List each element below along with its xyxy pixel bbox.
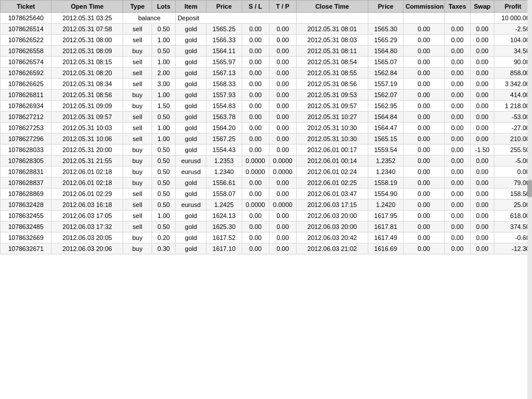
header-opentime: Open Time xyxy=(51,1,123,13)
table-cell: 0.0000 xyxy=(242,200,269,210)
table-row: 10786256402012.05.31 03:25balanceDeposit… xyxy=(1,13,532,24)
table-cell: 2012.06.03 20:42 xyxy=(296,232,368,243)
table-cell: buy xyxy=(123,145,152,156)
table-cell: 1625.30 xyxy=(206,221,242,232)
table-cell: 1556.61 xyxy=(206,178,242,189)
table-cell: 2012.05.31 20:00 xyxy=(51,145,123,156)
table-cell: sell xyxy=(123,189,152,200)
table-cell: 2012.06.01 00:17 xyxy=(296,145,368,156)
table-cell: 1564.47 xyxy=(368,123,403,134)
table-cell: 0.00 xyxy=(470,123,494,134)
table-cell: 1.00 xyxy=(152,123,175,134)
table-cell: 1563.78 xyxy=(206,112,242,123)
table-cell: 0.00 xyxy=(444,24,470,35)
table-cell: 0.00 xyxy=(444,232,470,243)
table-cell: 374.50 xyxy=(494,221,532,232)
table-cell: 0.00 xyxy=(444,112,470,123)
table-cell: 0.00 xyxy=(470,178,494,189)
table-cell: 0.50 xyxy=(152,24,175,35)
table-cell: 1078632455 xyxy=(1,210,51,221)
scrollbar-track[interactable] xyxy=(527,0,532,254)
table-cell: sell xyxy=(123,210,152,221)
table-row: 10786288692012.06.01 02:29sell0.50gold15… xyxy=(1,189,532,200)
table-cell: 1617.52 xyxy=(206,232,242,243)
table-cell: 0.00 xyxy=(242,178,269,189)
table-cell xyxy=(404,13,445,24)
table-cell: 1558.19 xyxy=(368,178,403,189)
table-cell: 0.0000 xyxy=(242,167,269,178)
table-cell: 1565.07 xyxy=(368,57,403,68)
header-taxes: Taxes xyxy=(444,1,470,13)
table-cell: 0.00 xyxy=(470,210,494,221)
table-cell: 0.00 xyxy=(269,134,296,145)
table-cell: 0.50 xyxy=(152,221,175,232)
table-cell: 255.50 xyxy=(494,145,532,156)
table-cell: buy xyxy=(123,243,152,254)
header-type: Type xyxy=(123,1,152,13)
table-row: 10786268112012.05.31 08:56buy1.00gold155… xyxy=(1,90,532,101)
table-cell: 1.2340 xyxy=(206,167,242,178)
table-cell: 2012.06.01 02:24 xyxy=(296,167,368,178)
table-cell: 0.00 xyxy=(269,145,296,156)
table-cell: 2012.05.31 08:20 xyxy=(51,68,123,79)
table-cell: 0.00 xyxy=(404,243,445,254)
table-cell: 90.00 xyxy=(494,57,532,68)
table-cell: 1.2352 xyxy=(368,156,403,167)
table-cell: 1564.11 xyxy=(206,46,242,57)
table-cell: 0.20 xyxy=(152,232,175,243)
table-cell: 2012.06.03 21:02 xyxy=(296,243,368,254)
table-cell: 0.00 xyxy=(242,57,269,68)
table-cell: 1078632485 xyxy=(1,221,51,232)
table-cell: 1617.95 xyxy=(368,210,403,221)
table-cell: -2.50 xyxy=(494,24,532,35)
table-cell: 1078626811 xyxy=(1,90,51,101)
table-cell: 1078626522 xyxy=(1,35,51,46)
table-cell: sell xyxy=(123,134,152,145)
table-cell: 158.50 xyxy=(494,189,532,200)
table-cell: 2012.05.31 08:15 xyxy=(51,57,123,68)
table-cell xyxy=(368,13,403,24)
table-cell: gold xyxy=(176,24,206,35)
header-ticket: Ticket xyxy=(1,1,51,13)
table-cell: gold xyxy=(176,178,206,189)
table-cell: 0.00 xyxy=(444,200,470,210)
table-cell: 2012.05.31 10:30 xyxy=(296,123,368,134)
table-cell: 414.00 xyxy=(494,90,532,101)
table-cell: 1078628837 xyxy=(1,178,51,189)
table-cell: buy xyxy=(123,232,152,243)
table-cell: sell xyxy=(123,79,152,90)
table-cell: 2012.05.31 08:01 xyxy=(296,24,368,35)
scrollbar-thumb[interactable] xyxy=(527,180,532,197)
table-cell: 0.00 xyxy=(470,57,494,68)
table-cell: 1078628869 xyxy=(1,189,51,200)
table-cell: sell xyxy=(123,112,152,123)
table-cell: -0.60 xyxy=(494,232,532,243)
table-cell: 1078626574 xyxy=(1,57,51,68)
table-cell: 0.00 xyxy=(444,123,470,134)
table-cell: 1078625640 xyxy=(1,13,51,24)
table-cell: 1078627253 xyxy=(1,123,51,134)
table-cell: 2012.05.31 08:03 xyxy=(296,35,368,46)
table-cell: 0.00 xyxy=(242,112,269,123)
table-cell: 1557.93 xyxy=(206,90,242,101)
table-cell: 2012.05.31 08:54 xyxy=(296,57,368,68)
table-cell: 0.00 xyxy=(470,200,494,210)
header-lots: Lots xyxy=(152,1,175,13)
table-row: 10786324282012.06.03 16:18sell0.50eurusd… xyxy=(1,200,532,210)
table-cell: balance xyxy=(123,13,176,24)
table-cell: 2012.05.31 08:56 xyxy=(296,79,368,90)
table-cell: buy xyxy=(123,156,152,167)
table-cell: 1617.81 xyxy=(368,221,403,232)
table-cell: 1078627296 xyxy=(1,134,51,145)
table-cell: buy xyxy=(123,46,152,57)
header-closeprice: Price xyxy=(368,1,403,13)
table-cell: gold xyxy=(176,145,206,156)
table-cell: 0.00 xyxy=(242,221,269,232)
table-cell: 1078632428 xyxy=(1,200,51,210)
table-cell: 0.00 xyxy=(242,35,269,46)
table-cell: 0.00 xyxy=(242,232,269,243)
table-cell: -1.50 xyxy=(470,145,494,156)
table-cell: 0.50 xyxy=(152,145,175,156)
table-cell: 0.00 xyxy=(470,156,494,167)
table-cell: 0.50 xyxy=(152,200,175,210)
